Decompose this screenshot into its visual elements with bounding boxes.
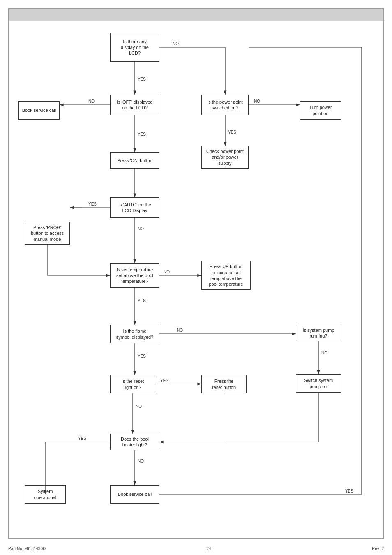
page-border	[8, 8, 384, 539]
turn-power-on-box: Turn power point on	[300, 101, 341, 120]
auto-question-box: Is 'AUTO' on the LCD Display	[110, 197, 159, 218]
press-reset-box: Press the reset button	[201, 375, 247, 393]
pool-heater-question-box: Does the pool heater light?	[110, 434, 159, 450]
system-operational-box: System operational	[25, 485, 66, 504]
lcd-question-box: Is there any display on the LCD?	[110, 33, 159, 62]
system-pump-question-box: Is system pump running?	[296, 325, 341, 341]
press-prog-box: Press 'PROG' button to access manual mod…	[25, 222, 70, 245]
book-service-1-box: Book service call	[18, 101, 60, 120]
check-power-box: Check power point and/or power supply	[201, 146, 249, 169]
book-service-2-box: Book service call	[110, 485, 159, 504]
off-question-box: Is 'OFF' displayed on the LCD?	[110, 95, 159, 115]
power-point-question-box: Is the power point switched on?	[201, 95, 249, 115]
footer: Part No: 96131430D 24 Rev: 2	[8, 546, 384, 551]
press-up-box: Press UP button to increase set temp abo…	[201, 261, 251, 290]
switch-pump-box: Switch system pump on	[296, 374, 341, 393]
footer-center: 24	[207, 546, 211, 551]
footer-right: Rev: 2	[372, 546, 384, 551]
footer-left: Part No: 96131430D	[8, 546, 46, 551]
reset-question-box: Is the reset light on?	[110, 375, 155, 393]
flame-question-box: Is the flame symbol displayed?	[110, 325, 159, 343]
set-temp-question-box: Is set temperature set above the pool te…	[110, 263, 159, 288]
press-on-box: Press 'ON' button	[110, 152, 159, 169]
